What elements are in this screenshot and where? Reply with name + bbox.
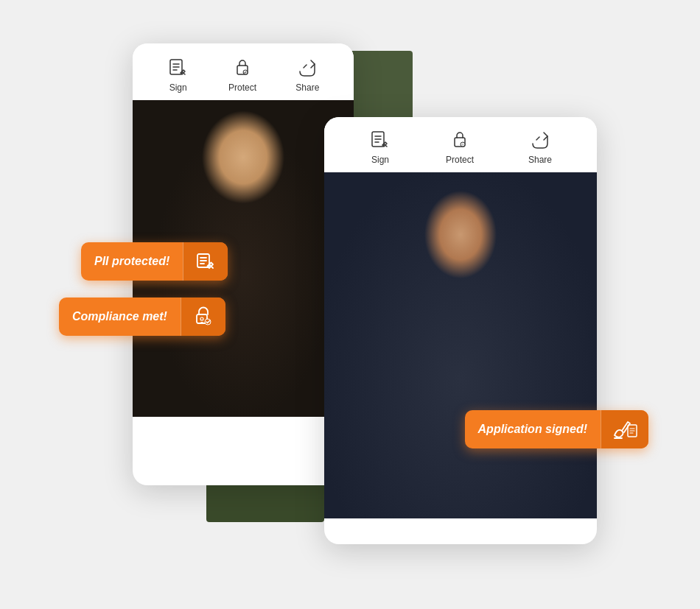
sign-icon-2 <box>369 129 391 151</box>
woman-photo <box>324 172 597 518</box>
badge-compliance: Compliance met! <box>59 298 225 336</box>
share-label-1: Share <box>295 82 319 93</box>
svg-point-3 <box>244 71 246 73</box>
card-2-toolbar: Sign Protect Share <box>324 117 597 172</box>
sign-label-1: Sign <box>169 82 187 93</box>
badge-compliance-text: Compliance met! <box>59 303 181 331</box>
protect-label-1: Protect <box>228 82 256 93</box>
svg-point-11 <box>200 317 203 320</box>
protect-icon-2 <box>449 129 471 151</box>
badge-signed: Application signed! <box>465 410 648 448</box>
badge-pii-text: PII protected! <box>81 247 183 275</box>
signed-icon <box>612 418 638 441</box>
toolbar-protect-2[interactable]: Protect <box>446 129 474 165</box>
sign-icon-1 <box>167 57 189 79</box>
share-label-2: Share <box>528 155 552 165</box>
badge-signed-icon-box <box>601 410 648 448</box>
pii-icon <box>194 250 217 273</box>
card-2: Sign Protect Share <box>324 117 597 544</box>
toolbar-share-1[interactable]: Share <box>295 57 319 93</box>
card-1-toolbar: Sign Protect Share <box>133 43 354 100</box>
scene: Sign Protect Share <box>37 29 663 581</box>
share-icon-1 <box>296 57 318 79</box>
protect-icon-1 <box>231 57 253 79</box>
share-icon-2 <box>529 129 551 151</box>
toolbar-sign-2[interactable]: Sign <box>369 129 391 165</box>
toolbar-share-2[interactable]: Share <box>528 129 552 165</box>
toolbar-sign-1[interactable]: Sign <box>167 57 189 93</box>
badge-pii: PII protected! <box>81 242 228 281</box>
protect-label-2: Protect <box>446 155 474 165</box>
svg-point-7 <box>461 143 463 145</box>
badge-signed-text: Application signed! <box>465 415 601 443</box>
badge-compliance-icon-box <box>181 298 225 336</box>
compliance-icon <box>192 305 215 328</box>
badge-pii-icon-box <box>183 242 228 281</box>
sign-label-2: Sign <box>371 155 389 165</box>
card-2-image <box>324 172 597 518</box>
toolbar-protect-1[interactable]: Protect <box>228 57 256 93</box>
